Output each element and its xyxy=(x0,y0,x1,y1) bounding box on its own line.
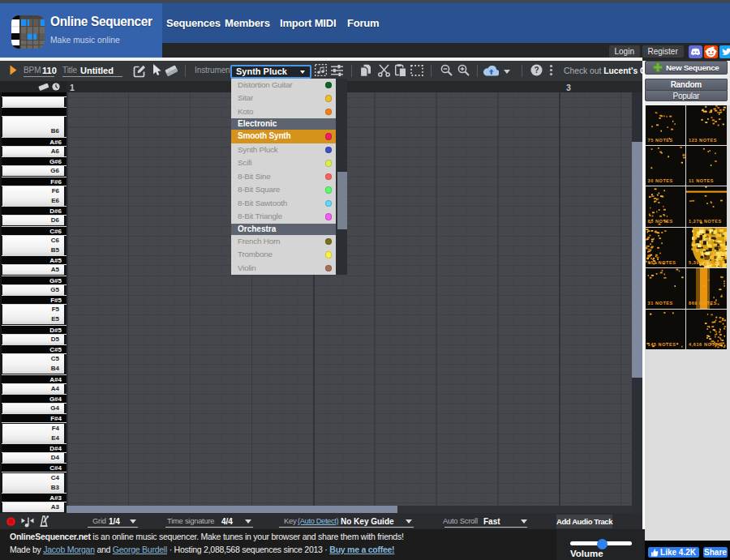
svg-text:?: ? xyxy=(534,66,539,75)
